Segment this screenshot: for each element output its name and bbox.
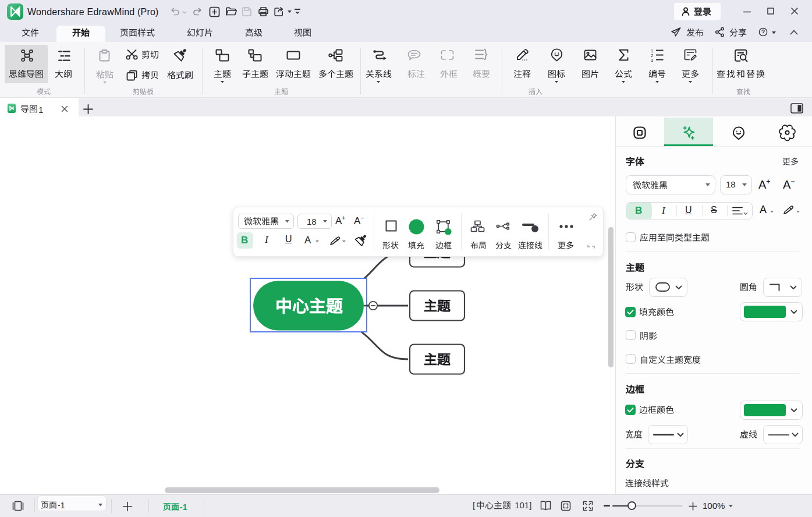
svg-text:3: 3	[651, 58, 653, 63]
